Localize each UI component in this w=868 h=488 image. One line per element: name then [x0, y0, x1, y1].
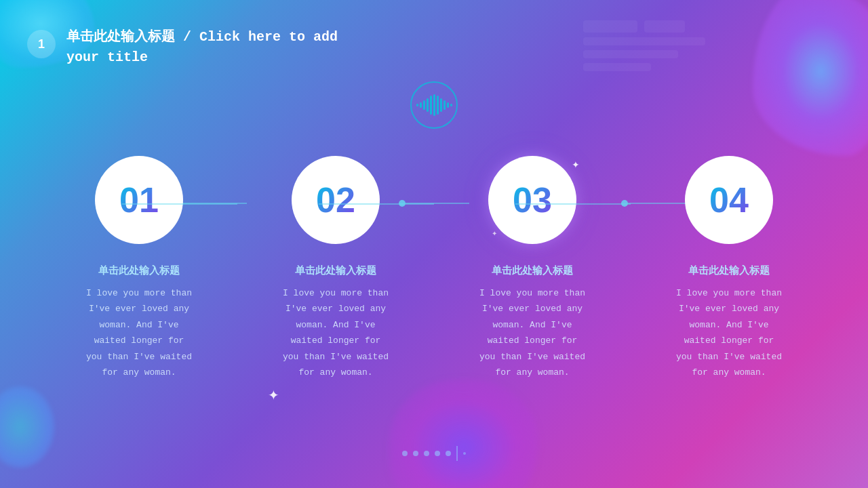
pagination-dot-5 [446, 451, 451, 456]
pagination-dot-2 [413, 451, 418, 456]
subtitle-04[interactable]: 单击此处输入标题 [688, 264, 770, 277]
column-04: 04 单击此处输入标题 I love you more than I've ev… [631, 156, 827, 380]
header-title[interactable]: 单击此处输入标题 / Click here to add your title [66, 27, 338, 68]
number-circle-02: 02 [292, 156, 380, 244]
sparkle-bottom-icon: ✦ [268, 387, 279, 403]
header: 1 单击此处输入标题 / Click here to add your titl… [27, 27, 338, 68]
subtitle-03[interactable]: 单击此处输入标题 [492, 264, 573, 277]
sparkle-icon: ✦ [572, 159, 580, 170]
pagination-dot-small [463, 452, 466, 455]
number-02: 02 [316, 180, 355, 220]
number-circle-03: 03 ✦ ✦ [488, 156, 576, 244]
body-04[interactable]: I love you more than I've ever loved any… [669, 285, 789, 380]
subtitle-02[interactable]: 单击此处输入标题 [295, 264, 376, 277]
blob-bottom-center [389, 380, 538, 488]
step-badge: 1 [27, 30, 56, 58]
body-03[interactable]: I love you more than I've ever loved any… [473, 285, 592, 380]
pagination-dot-1 [402, 451, 408, 456]
sparkle-small-icon: ✦ [492, 230, 497, 237]
slide: 1 单击此处输入标题 / Click here to add your titl… [0, 0, 868, 488]
column-03: 03 ✦ ✦ 单击此处输入标题 I love you more than I'v… [434, 156, 631, 380]
blob-top-right [753, 0, 868, 156]
bottom-dots [402, 446, 466, 461]
pagination-dot-3 [424, 451, 429, 456]
number-circle-01: 01 [95, 156, 183, 244]
number-03: 03 [513, 180, 552, 220]
ui-mockup-decoration [583, 20, 719, 75]
blob-bottom-left [0, 386, 54, 468]
body-01[interactable]: I love you more than I've ever loved any… [79, 285, 199, 380]
subtitle-01[interactable]: 单击此处输入标题 [98, 264, 180, 277]
column-02: 02 单击此处输入标题 I love you more than I've ev… [237, 156, 434, 380]
pagination-dot-4 [435, 451, 440, 456]
sound-wave-circle [410, 81, 458, 129]
body-02[interactable]: I love you more than I've ever loved any… [276, 285, 395, 380]
sound-bars [416, 94, 452, 116]
number-04: 04 [709, 180, 749, 220]
pagination-line [456, 446, 458, 461]
number-01: 01 [119, 180, 159, 220]
number-circle-04: 04 [685, 156, 773, 244]
column-01: 01 单击此处输入标题 I love you more than I've ev… [41, 156, 237, 380]
columns-container: 01 单击此处输入标题 I love you more than I've ev… [0, 156, 868, 380]
